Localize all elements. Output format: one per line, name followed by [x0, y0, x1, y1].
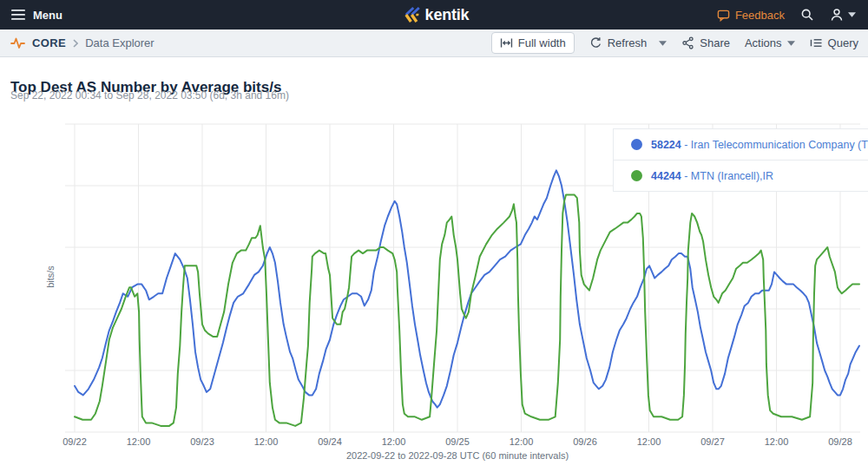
breadcrumb: CORE Data Explorer — [0, 36, 155, 50]
share-nodes-icon — [681, 36, 694, 49]
breadcrumb-page[interactable]: Data Explorer — [85, 36, 154, 49]
x-tick-label: 12:00 — [637, 436, 661, 447]
menu-label: Menu — [33, 9, 62, 22]
full-width-icon — [500, 38, 513, 48]
brand-logo[interactable]: kentik — [399, 6, 470, 24]
x-tick-label: 12:00 — [254, 436, 279, 447]
caret-down-icon — [848, 12, 856, 17]
chart-area: bits/s 09/2212:0009/2312:0009/2412:0009/… — [0, 113, 868, 472]
breadcrumb-section[interactable]: CORE — [32, 36, 66, 49]
search-icon[interactable] — [800, 8, 814, 22]
refresh-label: Refresh — [608, 36, 648, 49]
full-width-button[interactable]: Full width — [491, 32, 575, 54]
series-line-58224[interactable] — [75, 170, 859, 407]
query-label: Query — [828, 36, 858, 49]
time-range-subtitle: Sep 22, 2022 00:34 to Sep 28, 2022 03:50… — [10, 89, 289, 102]
topbar: Menu kentik Feedback — [0, 0, 868, 30]
chevron-right-icon — [73, 39, 78, 48]
x-tick-label: 09/23 — [190, 436, 214, 447]
menu-button[interactable]: Menu — [0, 9, 62, 22]
x-tick-label: 09/25 — [445, 436, 470, 447]
actions-label: Actions — [745, 36, 782, 49]
full-width-label: Full width — [518, 36, 566, 49]
y-axis-label: bits/s — [45, 251, 56, 303]
x-tick-label: 12:00 — [127, 436, 151, 447]
x-axis-caption: 2022-09-22 to 2022-09-28 UTC (60 minute … — [75, 450, 840, 461]
legend-item-44244[interactable]: 44244 - MTN (Irancell),IR — [614, 160, 868, 192]
user-menu[interactable] — [830, 8, 856, 22]
query-list-icon — [810, 37, 823, 49]
actions-button[interactable]: Actions — [745, 36, 795, 49]
hamburger-icon — [11, 9, 25, 21]
x-tick-label: 12:00 — [765, 436, 789, 447]
pulse-icon — [10, 36, 25, 50]
toolbar: CORE Data Explorer Full width Refresh — [0, 30, 868, 57]
x-tick-label: 09/26 — [573, 436, 597, 447]
kentik-mark-icon — [399, 6, 421, 23]
user-icon — [830, 8, 844, 22]
brand-name: kentik — [425, 6, 470, 24]
topbar-actions: Feedback — [717, 8, 868, 22]
share-button[interactable]: Share — [681, 36, 730, 49]
legend-label: 58224 - Iran Telecommunication Company (… — [651, 139, 868, 151]
feedback-button[interactable]: Feedback — [717, 9, 785, 22]
x-tick-label: 09/28 — [828, 436, 852, 447]
refresh-icon — [589, 36, 602, 49]
refresh-caret-icon[interactable] — [659, 41, 667, 46]
feedback-label: Feedback — [735, 9, 785, 22]
series-color-dot-blue — [631, 139, 642, 150]
chart-legend: 58224 - Iran Telecommunication Company (… — [613, 128, 868, 192]
speech-bubble-icon — [717, 9, 730, 22]
x-tick-label: 09/24 — [318, 436, 342, 447]
x-tick-label: 09/27 — [700, 436, 725, 447]
x-tick-label: 12:00 — [510, 436, 534, 447]
actions-caret-icon — [787, 41, 795, 46]
share-label: Share — [700, 36, 730, 49]
legend-item-58224[interactable]: 58224 - Iran Telecommunication Company (… — [614, 128, 868, 160]
refresh-button[interactable]: Refresh — [589, 36, 667, 49]
series-line-44244[interactable] — [75, 195, 859, 426]
series-color-dot-green — [631, 170, 642, 181]
legend-label: 44244 - MTN (Irancell),IR — [651, 170, 773, 182]
x-tick-label: 12:00 — [382, 436, 406, 447]
x-tick-label: 09/22 — [62, 436, 87, 447]
toolbar-actions: Full width Refresh Share Actions — [491, 32, 868, 54]
query-button[interactable]: Query — [810, 36, 858, 49]
